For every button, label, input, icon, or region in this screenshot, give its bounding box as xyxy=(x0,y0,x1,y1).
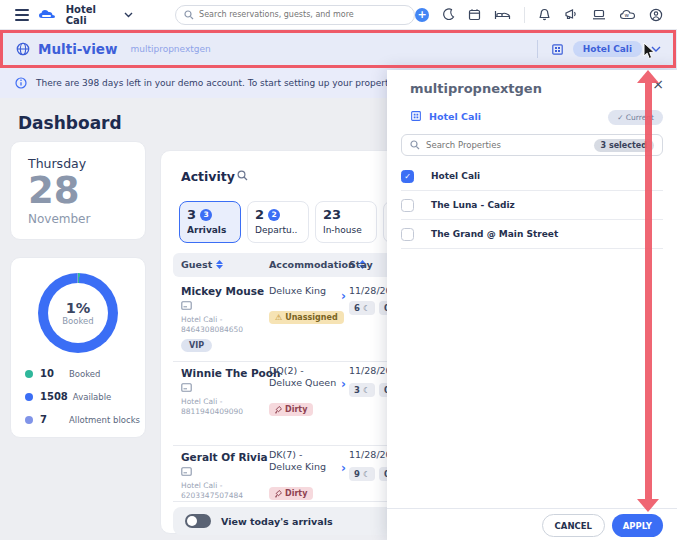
legend-value: 7 xyxy=(40,414,64,425)
toggle-label: View today's arrivals xyxy=(221,516,333,527)
stat-label: Arrivals xyxy=(187,225,233,235)
legend-label: Booked xyxy=(69,369,100,379)
divider xyxy=(537,40,538,58)
guest-name[interactable]: Winnie The Pooh xyxy=(181,367,281,379)
current-badge: ✓ Current xyxy=(608,110,663,125)
view-arrivals-toggle[interactable] xyxy=(185,514,211,528)
property-selector-panel: multipropnextgen × Hotel Cali ✓ Current … xyxy=(387,70,677,540)
cloudbeds-logo-icon[interactable] xyxy=(38,7,57,22)
accommodation-name: DK(7) - Deluxe King xyxy=(269,449,337,473)
reservation-ref: Hotel Cali - 8464308084650 xyxy=(181,315,273,335)
stat-value: 23 xyxy=(323,207,341,222)
col-header-stay[interactable]: Stay xyxy=(349,259,373,270)
moon-icon: ☾ xyxy=(363,386,370,395)
divider xyxy=(387,508,677,509)
add-new-icon[interactable]: + xyxy=(415,8,429,22)
legend-item-available: 1508 Available xyxy=(25,391,140,402)
stat-value: 3 xyxy=(187,207,196,222)
calendar-icon[interactable] xyxy=(468,8,481,21)
multiview-title: Multi-view xyxy=(38,41,117,57)
global-search[interactable] xyxy=(175,5,415,25)
unassigned-badge: ⚠ Unassigned xyxy=(269,311,344,324)
id-card-icon xyxy=(181,383,192,392)
terminal-icon[interactable] xyxy=(592,8,606,21)
moon-icon: ☾ xyxy=(363,470,370,479)
top-property-name[interactable]: Hotel Cali xyxy=(66,4,119,26)
occupancy-percent: 1% xyxy=(66,300,91,316)
moon-icon[interactable] xyxy=(442,8,455,21)
reservation-ref: Hotel Cali - 6203347507484 xyxy=(181,481,273,501)
legend-value: 10 xyxy=(40,368,64,379)
current-property-link[interactable]: Hotel Cali xyxy=(429,111,481,122)
property-search-input[interactable] xyxy=(426,140,588,150)
sort-icon[interactable] xyxy=(216,259,223,270)
property-option-luna-cadiz[interactable]: ✓ The Luna - Cadiz xyxy=(401,191,663,219)
property-option-hotel-cali[interactable]: ✓ Hotel Cali xyxy=(401,162,663,190)
accommodation-name: DQ(2) - Deluxe Queen xyxy=(269,365,337,389)
stat-card-inhouse[interactable]: 23 In-house xyxy=(315,201,377,243)
legend-item-allotment: 7 Allotment blocks xyxy=(25,414,140,425)
dirty-badge: Dirty xyxy=(269,403,313,416)
divider xyxy=(401,248,663,249)
selected-count-badge: 3 selected xyxy=(594,139,654,152)
divider xyxy=(524,7,525,23)
checkbox[interactable]: ✓ xyxy=(401,228,414,241)
dirty-badge: Dirty xyxy=(269,487,313,500)
checkbox[interactable]: ✓ xyxy=(401,170,414,183)
global-search-input[interactable] xyxy=(199,10,406,19)
chevron-right-icon[interactable]: › xyxy=(341,377,346,391)
legend-value: 1508 xyxy=(40,391,68,402)
checkbox[interactable]: ✓ xyxy=(401,199,414,212)
occupancy-donut-chart: 1% Booked xyxy=(38,273,118,353)
cancel-button[interactable]: CANCEL xyxy=(542,514,605,537)
occupancy-percent-label: Booked xyxy=(62,316,93,326)
property-option-grand-main[interactable]: ✓ The Grand @ Main Street xyxy=(401,220,663,248)
guest-name[interactable]: Mickey Mouse xyxy=(181,285,264,297)
brush-icon xyxy=(275,406,282,414)
stat-badge: 2 xyxy=(268,209,280,221)
stat-label: Departu.. xyxy=(255,225,301,235)
apply-button[interactable]: APPLY xyxy=(612,514,663,537)
megaphone-icon[interactable] xyxy=(564,8,579,21)
stat-badge: 3 xyxy=(200,209,212,221)
brush-icon xyxy=(275,490,282,498)
app-window: Hotel Cali + xyxy=(0,0,677,540)
panel-title: multipropnextgen xyxy=(410,81,542,96)
chevron-right-icon[interactable]: › xyxy=(341,289,346,303)
user-account-icon[interactable] xyxy=(649,8,663,22)
top-bar: Hotel Cali + xyxy=(0,0,677,30)
reservation-ref: Hotel Cali - 8811940409090 xyxy=(181,397,273,417)
id-card-icon xyxy=(181,467,192,476)
stat-card-arrivals[interactable]: 3 3 Arrivals xyxy=(179,201,241,243)
building-icon xyxy=(551,43,564,56)
page-title: Dashboard xyxy=(18,113,122,133)
bed-icon[interactable] xyxy=(494,8,511,21)
property-search[interactable]: 3 selected xyxy=(401,134,663,156)
date-month: November xyxy=(28,212,128,226)
building-icon xyxy=(410,110,422,122)
legend-label: Allotment blocks xyxy=(69,415,140,425)
chevron-down-icon[interactable] xyxy=(651,46,661,53)
chevron-down-icon[interactable] xyxy=(124,12,133,18)
multiview-subtitle: multipropnextgen xyxy=(130,44,210,54)
vip-badge: VIP xyxy=(181,339,212,352)
menu-icon[interactable] xyxy=(15,9,29,21)
search-icon xyxy=(410,140,420,150)
selected-property-pill[interactable]: Hotel Cali xyxy=(573,41,642,57)
occupancy-legend: 10 Booked 1508 Available 7 Allotment blo… xyxy=(25,368,140,437)
weather-cloud-icon[interactable]: w xyxy=(619,8,636,21)
col-header-guest[interactable]: Guest xyxy=(181,259,223,270)
search-icon[interactable] xyxy=(237,170,248,181)
chevron-right-icon[interactable]: › xyxy=(341,461,346,475)
stat-card-departures[interactable]: 2 2 Departu.. xyxy=(247,201,309,243)
property-option-label: The Grand @ Main Street xyxy=(431,229,558,239)
close-icon[interactable]: × xyxy=(652,76,664,92)
stat-value: 2 xyxy=(255,207,264,222)
stat-label: In-house xyxy=(323,225,369,235)
property-option-label: The Luna - Cadiz xyxy=(431,200,515,210)
accommodation-name: Deluxe King xyxy=(269,285,337,297)
occupancy-card: 1% Booked 10 Booked 1508 Available 7 All… xyxy=(10,257,146,438)
bell-icon[interactable] xyxy=(538,8,551,21)
globe-icon xyxy=(16,42,30,56)
guest-name[interactable]: Geralt Of Rivia xyxy=(181,451,268,463)
